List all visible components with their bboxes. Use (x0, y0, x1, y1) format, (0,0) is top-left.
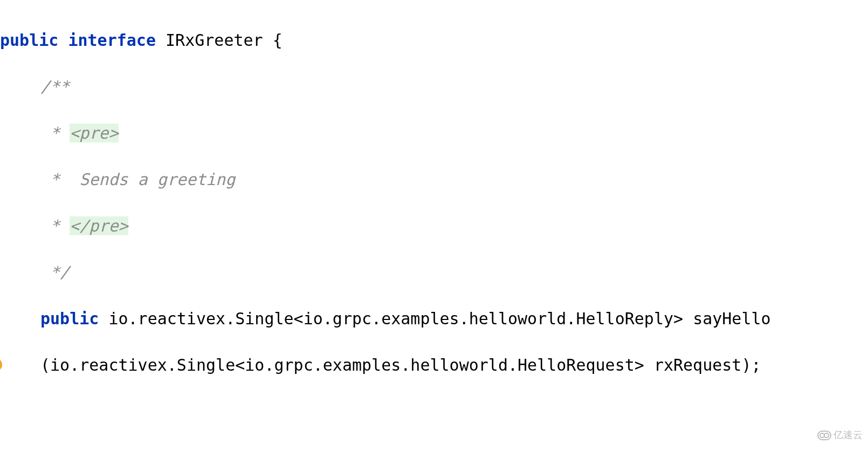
code-line: * </pre> (0, 214, 868, 237)
keyword-interface: interface (68, 31, 156, 50)
method-signature: io.reactivex.Single<io.grpc.examples.hel… (99, 309, 770, 328)
brace-open: { (263, 31, 283, 50)
interface-name: IRxGreeter (166, 31, 263, 50)
watermark-text: 亿速云 (833, 424, 863, 447)
javadoc-star: * (40, 170, 79, 189)
pre-open-tag: <pre> (70, 124, 118, 142)
code-editor[interactable]: public interface IRxGreeter { /** * <pre… (0, 0, 868, 450)
javadoc-text: Sends a greeting (79, 170, 235, 189)
code-line: (io.reactivex.Single<io.grpc.examples.he… (0, 353, 868, 377)
blank-line (0, 400, 868, 423)
code-line: /** (0, 446, 868, 450)
code-line: * <pre> (0, 121, 868, 145)
watermark: 亿速云 (817, 424, 863, 447)
javadoc-close: */ (40, 263, 70, 282)
code-line: */ (0, 261, 868, 284)
code-line: /** (0, 75, 868, 98)
javadoc-star: * (40, 124, 70, 142)
javadoc-star: * (40, 216, 70, 235)
method-params: (io.reactivex.Single<io.grpc.examples.he… (40, 356, 761, 374)
keyword-public: public (0, 31, 58, 50)
pre-close-tag: </pre> (70, 216, 128, 235)
javadoc-open: /** (40, 77, 70, 96)
cloud-icon (817, 431, 831, 440)
keyword-public: public (40, 309, 99, 328)
code-line: public interface IRxGreeter { (0, 29, 868, 52)
code-line: public io.reactivex.Single<io.grpc.examp… (0, 307, 868, 330)
code-line: * Sends a greeting (0, 168, 868, 191)
